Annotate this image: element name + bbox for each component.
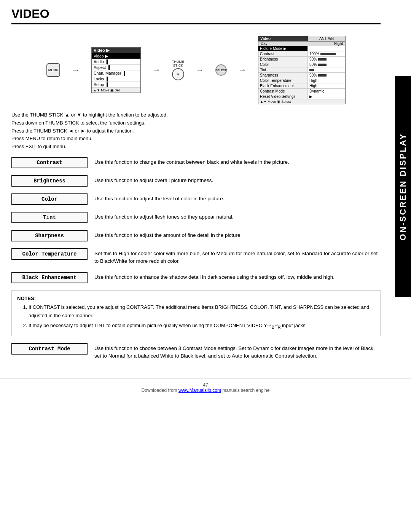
vsb-value-reset: ▶ bbox=[308, 94, 345, 99]
vsb-col1-title: Video bbox=[258, 36, 308, 41]
menu-item-video: Video ▶ bbox=[92, 53, 140, 59]
feature-row-brightness: Brightness Use this function to adjust o… bbox=[11, 175, 381, 187]
vsb-bar-color bbox=[318, 64, 327, 66]
vsb-label-color-temp: Color Temperature bbox=[258, 78, 308, 83]
note-item-2: It may be necessary to adjust TINT to ob… bbox=[29, 321, 375, 331]
vsb-bar-tint bbox=[309, 69, 314, 71]
thumbstick-icon: ▼ bbox=[172, 68, 184, 80]
vsb-row-picture-mode: Picture Mode ▶ bbox=[258, 46, 345, 51]
footer-text: Downloaded from bbox=[142, 388, 177, 393]
vsb-row-sharpness: Sharpness 50% bbox=[258, 73, 345, 78]
notes-list: If CONTRAST is selected, you are adjusti… bbox=[29, 303, 375, 331]
menu-item-aspect: Aspect ▐ bbox=[92, 65, 140, 70]
feature-desc-color: Use this function to adjust the level of… bbox=[94, 193, 224, 203]
vsb-value-contrast: 100% bbox=[308, 51, 345, 56]
select-button: SELECT bbox=[215, 64, 227, 76]
vsb-label-contrast: Contrast bbox=[258, 51, 308, 56]
vsb-row-tint: Tint bbox=[258, 67, 345, 73]
vsb-label-picture-mode: Picture Mode ▶ bbox=[258, 46, 308, 51]
menu-item-chan-manager: Chan. Manager ▐ bbox=[92, 70, 140, 76]
menu-item-setup: Setup ▐ bbox=[92, 82, 140, 88]
feature-desc-tint: Use this function to adjust flesh tones … bbox=[94, 212, 233, 221]
feature-desc-black-enhancement: Use this function to enhance the shadow … bbox=[94, 272, 335, 281]
page-title: VIDEO bbox=[11, 7, 381, 24]
feature-label-tint: Tint bbox=[11, 212, 88, 223]
menu-box-1-footer: ▲▼ Move ▣ Sel bbox=[92, 88, 140, 93]
feature-row-tint: Tint Use this function to adjust flesh t… bbox=[11, 212, 381, 223]
feature-row-color: Color Use this function to adjust the le… bbox=[11, 193, 381, 205]
vsb-footer: ▲▼ Move ▣ Select bbox=[258, 99, 345, 104]
vsb-label-reset: Reset Video Settings bbox=[258, 94, 308, 99]
feature-row-black-enhancement: Black Enhancement Use this function to e… bbox=[11, 272, 381, 283]
vsb-label-color: Color bbox=[258, 62, 308, 67]
vsb-row-reset: Reset Video Settings ▶ bbox=[258, 94, 345, 99]
arrow-3: → bbox=[196, 65, 204, 75]
footer-suffix: manuals search engine bbox=[222, 388, 269, 393]
day-night-header: Day Night bbox=[258, 42, 345, 46]
diagram-area: MENU → Video ▶ Video ▶ Audio ▐ Aspect ▐ … bbox=[11, 36, 381, 104]
vsb-label-sharpness: Sharpness bbox=[258, 73, 308, 78]
page-number: 47 bbox=[203, 382, 208, 388]
feature-row-contrast: Contrast Use this function to change the… bbox=[11, 157, 381, 168]
feature-label-contrast: Contrast bbox=[11, 157, 88, 168]
vsb-row-contrast-mode: Contrast Mode Dynamic bbox=[258, 89, 345, 94]
vsb-label-black-enhancement: Black Enhancement bbox=[258, 83, 308, 88]
note-item-1: If CONTRAST is selected, you are adjusti… bbox=[29, 303, 375, 320]
menu-box-1: Video ▶ Video ▶ Audio ▐ Aspect ▐ Chan. M… bbox=[91, 47, 141, 93]
feature-desc-brightness: Use this function to adjust overall pict… bbox=[94, 175, 213, 184]
feature-desc-contrast: Use this function to change the contrast… bbox=[94, 157, 289, 166]
feature-desc-sharpness: Use this function to adjust the amount o… bbox=[94, 230, 242, 239]
feature-row-color-temperature: Color Temperature Set this to High for c… bbox=[11, 248, 381, 265]
side-label-text: ON-SCREEN DISPLAY bbox=[398, 133, 408, 240]
vsb-row-color: Color 50% bbox=[258, 62, 345, 67]
vsb-value-contrast-mode: Dynamic bbox=[308, 89, 345, 94]
vsb-value-black-enhancement: High bbox=[308, 83, 345, 88]
arrow-2: → bbox=[152, 65, 161, 75]
vsb-col2-title: ANT A/B bbox=[308, 36, 345, 41]
feature-row-sharpness: Sharpness Use this function to adjust th… bbox=[11, 230, 381, 241]
feature-label-sharpness: Sharpness bbox=[11, 230, 88, 241]
vsb-bar-contrast bbox=[320, 53, 336, 55]
menu-box-1-title: Video ▶ bbox=[92, 48, 140, 53]
instructions-block: Use the THUMB STICK ▲ or ▼ to highlight … bbox=[11, 111, 381, 151]
page-wrapper: ON-SCREEN DISPLAY VIDEO MENU → Video ▶ V… bbox=[0, 0, 411, 532]
feature-desc-contrast-mode: Use this function to choose between 3 Co… bbox=[94, 343, 381, 360]
ant-ab-label: ANT A/B bbox=[319, 37, 334, 41]
instruction-3: Press the THUMB STICK ◄ or ► to adjust t… bbox=[11, 127, 381, 135]
menu-item-audio: Audio ▐ bbox=[92, 59, 140, 65]
vsb-label-brightness: Brightness bbox=[258, 57, 308, 62]
vsb-row-brightness: Brightness 50% bbox=[258, 57, 345, 62]
instruction-5: Press EXIT to quit menu. bbox=[11, 143, 381, 151]
instruction-4: Press MENU to return to main menu. bbox=[11, 135, 381, 143]
vsb-bar-brightness bbox=[318, 58, 327, 61]
side-label: ON-SCREEN DISPLAY bbox=[395, 76, 411, 297]
main-content: MENU → Video ▶ Video ▶ Audio ▐ Aspect ▐ … bbox=[0, 24, 411, 374]
feature-label-contrast-mode: Contrast Mode bbox=[11, 343, 88, 355]
page-header: VIDEO bbox=[0, 0, 411, 24]
vsb-value-picture-mode bbox=[308, 46, 345, 51]
vsb-label-tint: Tint bbox=[258, 67, 308, 72]
thumbstick-area: THUMBSTICK ▼ bbox=[172, 60, 184, 80]
vsb-header: Video ANT A/B bbox=[258, 36, 345, 42]
feature-label-color-temperature: Color Temperature bbox=[11, 248, 88, 260]
vsb-value-sharpness: 50% bbox=[308, 73, 345, 78]
menu-item-locks: Locks ▐ bbox=[92, 76, 140, 82]
vsb-value-color: 50% bbox=[308, 62, 345, 67]
vsb-value-brightness: 50% bbox=[308, 57, 345, 62]
arrow-1: → bbox=[72, 65, 80, 75]
menu-icon: MENU bbox=[46, 63, 60, 77]
vsb-row-black-enhancement: Black Enhancement High bbox=[258, 83, 345, 89]
vsb-value-tint bbox=[308, 67, 345, 72]
page-footer: 47 Downloaded from www.Manualslib.com ma… bbox=[0, 378, 411, 395]
feature-desc-color-temperature: Set this to High for cooler color with m… bbox=[94, 248, 381, 265]
vsb-label-contrast-mode: Contrast Mode bbox=[258, 89, 308, 94]
feature-label-color: Color bbox=[11, 193, 88, 205]
feature-label-black-enhancement: Black Enhancement bbox=[11, 272, 88, 283]
vsb-row-color-temp: Color Temperature High bbox=[258, 78, 345, 83]
vsb-value-color-temp: High bbox=[308, 78, 345, 83]
feature-label-brightness: Brightness bbox=[11, 175, 88, 187]
arrow-4: → bbox=[238, 65, 247, 75]
night-label: Night bbox=[334, 42, 343, 46]
footer-link[interactable]: www.Manualslib.com bbox=[178, 388, 221, 393]
thumbstick-label: THUMBSTICK bbox=[172, 60, 184, 67]
